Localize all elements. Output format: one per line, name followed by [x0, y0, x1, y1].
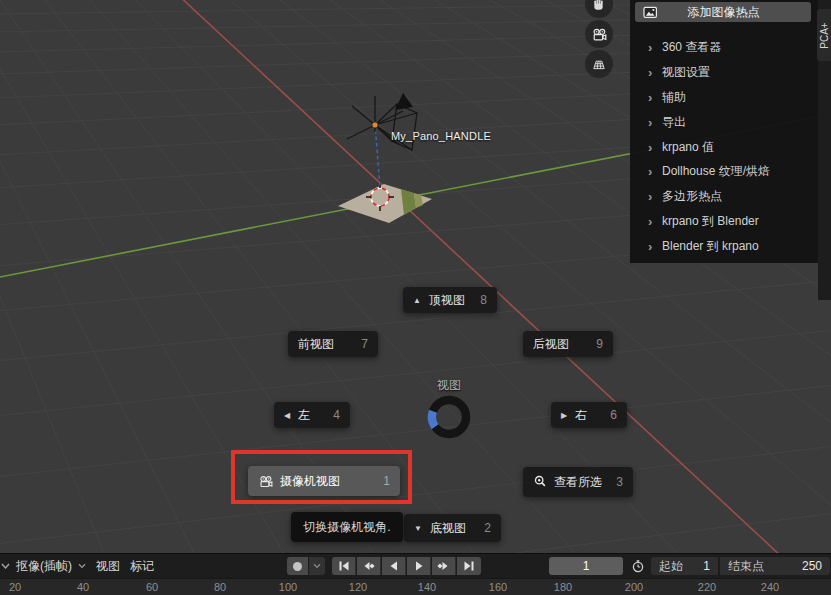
expand-chevron-icon: ›	[648, 140, 662, 155]
expand-chevron-icon: ›	[648, 65, 662, 80]
ruler-tick: 120	[349, 581, 367, 593]
view-menu[interactable]: 视图	[92, 554, 124, 578]
chevron-down-icon	[77, 562, 87, 570]
arrow-down-icon: ▼	[414, 524, 422, 533]
panel-section-360-viewer[interactable]: ›360 查看器	[630, 35, 818, 59]
play-reverse-button[interactable]	[382, 557, 406, 575]
camera-icon	[591, 26, 607, 42]
expand-chevron-icon: ›	[648, 40, 662, 55]
stopwatch-icon	[631, 559, 645, 573]
panel-section-export[interactable]: ›导出	[630, 110, 818, 134]
expand-chevron-icon: ›	[648, 189, 662, 204]
expand-chevron-icon: ›	[648, 164, 662, 179]
panel-section-krpano-to-blender[interactable]: ›krpano 到 Blender	[630, 209, 818, 233]
timeline-header: 抠像(插帧) 视图 标记	[0, 554, 831, 578]
movie-camera-icon	[258, 474, 273, 488]
expand-chevron-icon: ›	[648, 115, 662, 130]
ruler-tick: 60	[146, 581, 158, 593]
expand-chevron-icon: ›	[648, 90, 662, 105]
camera-view-tooltip: 切换摄像机视角.	[291, 512, 403, 542]
pie-top-view-button[interactable]: ▲ 顶视图 8	[403, 287, 497, 313]
arrow-up-icon: ▲	[413, 296, 421, 305]
ruler-tick: 20	[9, 581, 21, 593]
marker-menu[interactable]: 标记	[126, 554, 158, 578]
camera-view-gizmo-button[interactable]	[585, 20, 613, 48]
panel-section-dollhouse[interactable]: ›Dollhouse 纹理/烘焙	[630, 159, 818, 183]
add-image-hotspot-button[interactable]: 添加图像热点	[635, 2, 811, 22]
panel-section-krpano-values[interactable]: ›krpano 值	[630, 135, 818, 159]
pie-front-view-button[interactable]: 前视图 7	[288, 331, 378, 357]
ruler-tick: 40	[77, 581, 89, 593]
ruler-tick: 140	[418, 581, 436, 593]
play-reverse-icon	[388, 560, 400, 572]
auto-keying-record-button[interactable]	[287, 557, 308, 575]
next-keyframe-icon	[437, 560, 450, 572]
jump-to-end-button[interactable]	[457, 557, 481, 575]
sidebar-panel: 添加图像热点 ›360 查看器 ›视图设置 ›辅助 ›导出 ›krpano 值 …	[630, 0, 818, 263]
jump-end-icon	[463, 560, 475, 572]
next-keyframe-button[interactable]	[432, 557, 456, 575]
pie-view-selected-button[interactable]: 查看所选 3	[523, 467, 633, 497]
keying-menu[interactable]: 抠像(插帧)	[12, 554, 91, 578]
pie-direction-ring	[427, 395, 471, 439]
perspective-toggle-gizmo-button[interactable]	[585, 50, 613, 78]
pie-left-view-button[interactable]: ◀ 左 4	[274, 402, 350, 428]
ruler-tick: 100	[279, 581, 297, 593]
ruler-tick: 180	[554, 581, 572, 593]
ruler-tick: 240	[761, 581, 779, 593]
pie-camera-view-button[interactable]: 摄像机视图 1	[248, 466, 400, 496]
object-name-label: My_Pano_HANDLE	[391, 130, 491, 142]
panel-section-assist[interactable]: ›辅助	[630, 85, 818, 109]
current-frame-field[interactable]: 1	[549, 557, 623, 575]
arrow-right-icon: ▶	[561, 411, 567, 420]
prev-keyframe-button[interactable]	[357, 557, 381, 575]
sidebar-tab-label: PCA+	[819, 22, 830, 48]
keying-set-dropdown[interactable]	[309, 557, 325, 575]
frame-end-field[interactable]: 结束点 250	[720, 557, 830, 575]
grid-icon	[591, 56, 607, 72]
add-image-hotspot-label: 添加图像热点	[658, 4, 789, 21]
sidebar-tab-pca[interactable]: PCA+	[817, 9, 831, 61]
use-preview-range-button[interactable]	[628, 557, 648, 575]
play-icon	[413, 560, 425, 572]
pie-bottom-view-button[interactable]: ▼ 底视图 2	[404, 514, 501, 542]
jump-to-start-button[interactable]	[332, 557, 356, 575]
expand-chevron-icon: ›	[648, 239, 662, 254]
timeline-editor: 抠像(插帧) 视图 标记	[0, 553, 831, 595]
jump-start-icon	[338, 560, 350, 572]
pie-back-view-button[interactable]: 后视图 9	[523, 331, 613, 357]
ruler-tick: 80	[214, 581, 226, 593]
image-icon	[643, 6, 658, 19]
ruler-tick: 200	[625, 581, 643, 593]
play-button[interactable]	[407, 557, 431, 575]
ruler-tick: 160	[489, 581, 507, 593]
expand-chevron-icon: ›	[648, 214, 662, 229]
ruler-tick: 220	[698, 581, 716, 593]
frame-start-field[interactable]: 起始 1	[651, 557, 719, 575]
hand-icon	[591, 0, 607, 12]
blender-window: My_Pano_HANDLE PCA+	[0, 0, 831, 595]
prev-keyframe-icon	[362, 560, 375, 572]
chevron-down-icon	[312, 562, 322, 570]
zoom-selected-icon	[533, 475, 547, 489]
panel-section-view-settings[interactable]: ›视图设置	[630, 60, 818, 84]
panel-section-blender-to-krpano[interactable]: ›Blender 到 krpano	[630, 234, 818, 258]
pie-title: 视图	[424, 377, 474, 394]
timeline-scrub-ruler[interactable]: 20 40 60 80 100 120 140 160 180 200 220 …	[0, 578, 831, 595]
panel-section-polygon-hotspot[interactable]: ›多边形热点	[630, 184, 818, 208]
record-dot-icon	[293, 562, 302, 571]
pie-right-view-button[interactable]: ▶ 右 6	[551, 402, 627, 428]
arrow-left-icon: ◀	[284, 411, 290, 420]
editor-type-chevron-icon[interactable]	[0, 554, 12, 578]
